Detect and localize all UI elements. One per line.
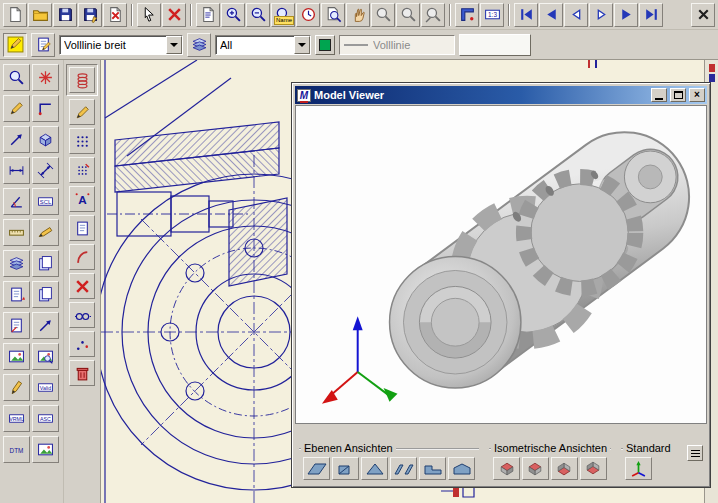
dropdown-arrow-icon[interactable] xyxy=(166,36,182,54)
save-button[interactable] xyxy=(53,3,77,27)
layer-combo[interactable]: All xyxy=(215,35,311,55)
sheet-pile-button[interactable] xyxy=(32,250,59,277)
nav-last-button[interactable] xyxy=(639,3,663,27)
model-3d-view[interactable] xyxy=(295,105,707,424)
plane-l-button[interactable] xyxy=(419,457,446,480)
validate-button[interactable]: Valid xyxy=(32,374,59,401)
sheet-corner-button[interactable] xyxy=(3,312,30,339)
minimize-button[interactable] xyxy=(651,88,667,102)
snap-points-button[interactable] xyxy=(69,157,95,183)
drafting-square-button[interactable] xyxy=(455,3,479,27)
nav-prev-icon xyxy=(568,6,585,23)
leader-arrow-button[interactable] xyxy=(3,126,30,153)
spring-tool-button[interactable] xyxy=(69,67,95,93)
delete-button[interactable] xyxy=(162,3,186,27)
close-drawing-button[interactable] xyxy=(103,3,127,27)
scale-scl-button[interactable]: SCL xyxy=(32,188,59,215)
zoom-extents-button[interactable] xyxy=(421,3,445,27)
zoom-previous-button[interactable] xyxy=(396,3,420,27)
image-view-button[interactable] xyxy=(32,343,59,370)
nav-fast-next-button[interactable] xyxy=(614,3,638,27)
iso-se-button[interactable] xyxy=(551,457,578,480)
export-vrml-button[interactable]: VRML xyxy=(3,405,30,432)
nav-next-button[interactable] xyxy=(589,3,613,27)
toolbar-overflow-button[interactable] xyxy=(687,445,703,461)
image-frame-button[interactable] xyxy=(3,343,30,370)
sheet-up-icon xyxy=(8,286,25,303)
measure-points-button[interactable] xyxy=(69,331,95,357)
margin-mark-navy xyxy=(709,74,715,82)
sketch-pencil-button[interactable] xyxy=(32,219,59,246)
layers-button[interactable] xyxy=(187,33,211,57)
attach-sheet-button[interactable] xyxy=(69,215,95,241)
pencil-tool-button[interactable] xyxy=(69,99,95,125)
iso-sw-button[interactable] xyxy=(580,457,607,480)
zoom-in-button[interactable] xyxy=(221,3,245,27)
cube-3d-button[interactable] xyxy=(32,126,59,153)
plane-views-group: Ebenen Ansichten xyxy=(299,448,479,480)
iso-ne-button[interactable] xyxy=(493,457,520,480)
iso-nw-icon xyxy=(527,460,544,477)
trash-button[interactable] xyxy=(69,360,95,386)
axis-standard-button[interactable] xyxy=(625,457,652,480)
arc-tool-button[interactable] xyxy=(69,244,95,270)
zoom-sketch-button[interactable] xyxy=(3,64,30,91)
pen-style-button[interactable] xyxy=(3,33,27,57)
dropdown-arrow-icon[interactable] xyxy=(294,36,310,54)
plane-back-icon xyxy=(451,461,473,477)
dimension-horizontal-button[interactable] xyxy=(3,157,30,184)
redraw-button[interactable] xyxy=(296,3,320,27)
zoom-sheet-button[interactable] xyxy=(321,3,345,27)
view-glasses-button[interactable] xyxy=(69,302,95,328)
plane-top-button[interactable] xyxy=(361,457,388,480)
dtm-terrain-button[interactable]: DTM xyxy=(3,436,30,463)
dimension-diagonal-button[interactable] xyxy=(32,157,59,184)
sheet-up-button[interactable] xyxy=(3,281,30,308)
text-tool-button[interactable]: A xyxy=(69,186,95,212)
snap-star-button[interactable] xyxy=(32,64,59,91)
export-asc-button[interactable]: ASC xyxy=(32,405,59,432)
viewer-titlebar[interactable]: M Model Viewer × xyxy=(295,86,707,104)
plane-back-button[interactable] xyxy=(448,457,475,480)
empty-field[interactable] xyxy=(459,34,531,56)
plane-split-button[interactable] xyxy=(390,457,417,480)
line-style-combo[interactable]: Volllinie breit xyxy=(59,35,183,55)
terrain-icon xyxy=(37,441,54,458)
draw-line-button[interactable] xyxy=(3,95,30,122)
save-as-button[interactable] xyxy=(78,3,102,27)
plane-front-button[interactable] xyxy=(303,457,330,480)
iso-nw-button[interactable] xyxy=(522,457,549,480)
nav-prev-button[interactable] xyxy=(564,3,588,27)
zoom-out-button[interactable] xyxy=(246,3,270,27)
sheet-edit-button[interactable] xyxy=(31,33,55,57)
line-type-combo[interactable]: Volllinie xyxy=(339,35,455,55)
point-grid-button[interactable] xyxy=(69,128,95,154)
dimension-angle-button[interactable] xyxy=(3,188,30,215)
measure-ruler-button[interactable] xyxy=(3,219,30,246)
close-toolbar-button[interactable] xyxy=(691,3,715,27)
plot-pen-button[interactable] xyxy=(3,374,30,401)
erase-button[interactable] xyxy=(69,273,95,299)
close-button[interactable]: × xyxy=(689,88,705,102)
erase-x-icon xyxy=(74,278,91,295)
zoom-window-button[interactable] xyxy=(371,3,395,27)
sheet-stack-button[interactable] xyxy=(3,250,30,277)
select-button[interactable] xyxy=(137,3,161,27)
nav-fast-prev-button[interactable] xyxy=(539,3,563,27)
color-swatch-button[interactable] xyxy=(315,35,335,55)
nav-first-button[interactable] xyxy=(514,3,538,27)
nav-next-icon xyxy=(593,6,610,23)
zoom-name-button[interactable]: Name xyxy=(271,3,295,27)
open-drawing-button[interactable] xyxy=(28,3,52,27)
terrain-view-button[interactable] xyxy=(32,436,59,463)
pan-button[interactable] xyxy=(346,3,370,27)
plane-left-button[interactable] xyxy=(332,457,359,480)
sheet-export-button[interactable] xyxy=(32,312,59,339)
sheet-down-button[interactable] xyxy=(32,281,59,308)
scale-indicator-button[interactable]: 1:3 xyxy=(480,3,504,27)
drawing-info-button[interactable] xyxy=(196,3,220,27)
corner-lines-button[interactable] xyxy=(32,95,59,122)
maximize-button[interactable] xyxy=(670,88,686,102)
new-drawing-button[interactable] xyxy=(3,3,27,27)
corner-lines-icon xyxy=(37,100,54,117)
